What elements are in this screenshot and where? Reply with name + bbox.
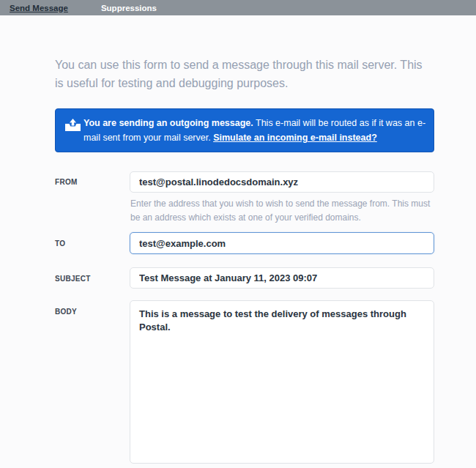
simulate-incoming-email-link[interactable]: Simulate an incoming e-mail instead? bbox=[213, 133, 377, 143]
tab-send-message[interactable]: Send Message bbox=[10, 4, 68, 12]
to-label: TO bbox=[55, 239, 65, 248]
from-label: FROM bbox=[55, 178, 78, 186]
notice-bold-text: You are sending an outgoing message. bbox=[83, 118, 253, 128]
notice-text: You are sending an outgoing message. Thi… bbox=[83, 116, 426, 145]
subject-input[interactable] bbox=[130, 267, 434, 289]
body-label: BODY bbox=[55, 308, 77, 316]
intro-text: You can use this form to send a message … bbox=[55, 56, 427, 92]
from-help-text: Enter the address that you wish to wish … bbox=[130, 197, 432, 225]
tab-suppressions[interactable]: Suppressions bbox=[101, 4, 157, 12]
outgoing-mail-icon bbox=[65, 119, 81, 131]
subject-label: SUBJECT bbox=[55, 275, 91, 283]
outgoing-message-notice: You are sending an outgoing message. Thi… bbox=[55, 108, 434, 152]
top-nav: Send Message Suppressions bbox=[0, 0, 476, 15]
from-input[interactable] bbox=[130, 171, 434, 193]
to-input[interactable] bbox=[130, 232, 434, 254]
body-textarea[interactable]: This is a message to test the delivery o… bbox=[130, 300, 434, 464]
